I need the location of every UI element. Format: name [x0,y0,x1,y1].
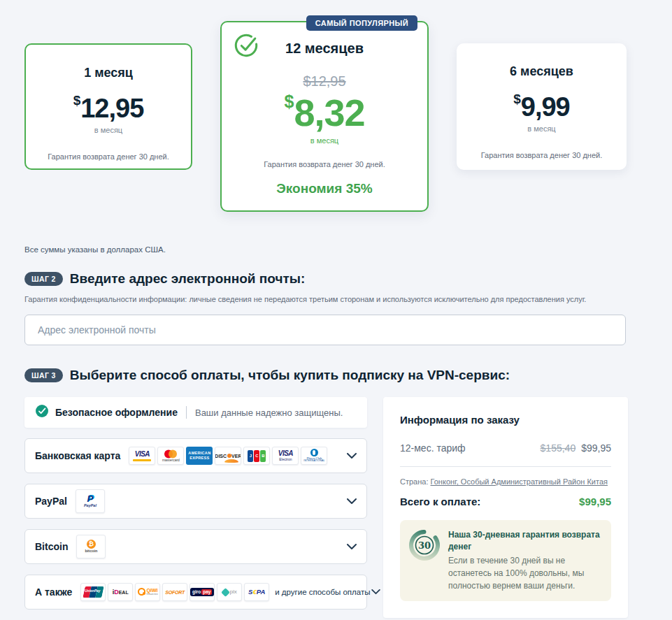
chevron-down-icon[interactable] [347,453,357,459]
order-plan-prices: $155,40$99,95 [541,442,611,454]
guarantee-note: Гарантия возврата денег 30 дней. [26,152,191,161]
plan-price: $9,99 [457,92,627,122]
ideal-icon: iDEAL [108,583,133,601]
bitcoin-wordmark: bitcoin [85,549,97,554]
secure-subtitle: Ваши данные надежно защищены. [195,408,343,418]
more-methods-text: и другие способы оплаты [275,588,370,596]
paypal-icon: P PayPal [76,489,105,513]
payment-option-bank-card[interactable]: Банковская карта VISA mastercard AMERICA… [24,438,367,473]
diners-club-icon: Diners Club INTERNATIONAL [301,447,327,465]
bank-card-label: Банковская карта [35,450,120,461]
pricing-plans: 1 месяц $12,95 в месяц Гарантия возврата… [24,21,672,212]
order-total-row: Всего к оплате: $99,95 [400,496,611,507]
bitcoin-symbol: ₿ [87,540,96,549]
giropay-giro: giro [192,590,201,595]
guarantee-text-block: Наша 30-дневная гарантия возврата денег … [448,529,603,592]
diners-line2: INTERNATIONAL [303,460,324,463]
price-amount: 8,32 [294,92,364,134]
plan-name: 1 месяц [26,66,191,80]
plan-name: 6 месяцев [457,64,627,79]
step3-header: ШАГ 3 Выберите способ оплаты, чтобы купи… [24,368,626,383]
sofort-icon: SOFORT [162,583,187,601]
jcb-c: C [254,450,259,462]
country-row: Страна: Гонконг, Особый Административный… [400,477,611,486]
selected-check-icon [233,32,259,62]
sofort-wordmark: SOFORT [165,590,185,595]
step2-badge: ШАГ 2 [24,272,63,286]
chevron-down-icon[interactable] [371,589,380,595]
guarantee-30-icon: 30 [408,529,441,564]
guarantee-number: 30 [418,540,431,551]
jcb-j: J [248,450,253,462]
qiwi-glyph [138,588,145,596]
plan-price: $12,95 [26,93,191,124]
plan-card-12-months[interactable]: САМЫЙ ПОПУЛЯРНЫЙ 12 месяцев $12,95 $8,32… [220,21,429,212]
old-price: $12,95 [222,73,427,89]
jcb-b: B [260,450,266,462]
qiwi-icon: QIWI Кошелек [135,583,160,601]
total-value: $99,95 [579,496,611,507]
visa-icon: VISA [129,447,155,465]
mastercard-icon: mastercard [157,447,184,465]
price-period: в месяц [222,136,427,145]
other-logos: UnionPay iDEAL QIWI Кошелек [80,583,269,601]
visa-electron-wordmark: VISA [278,450,293,457]
most-popular-badge: САМЫЙ ПОПУЛЯРНЫЙ [306,15,417,31]
step3-badge: ШАГ 3 [24,368,63,382]
order-plan-label: 12-мес. тариф [400,442,466,454]
discover-swoosh [224,459,238,463]
discover-dot [227,454,231,458]
country-link[interactable]: Гонконг, Особый Административный Район К… [431,477,608,486]
step3-title: Выберите способ оплаты, чтобы купить под… [70,368,510,383]
other-methods-label: А также [35,586,72,598]
jcb-icon: J C B [243,447,270,465]
currency-note: Все суммы указаны в долларах США. [24,245,626,254]
chevron-down-icon[interactable] [347,544,357,550]
diners-club-glyph [310,449,318,456]
price-period: в месяц [26,126,191,134]
bitcoin-icon: ₿ bitcoin [76,535,106,558]
amex-icon: AMERICAN EXPRESS [186,447,213,465]
visa-wordmark: VISA [135,451,150,458]
secure-check-icon [36,405,48,420]
price-amount: 12,95 [80,94,143,123]
card-logos: VISA mastercard AMERICAN EXPRESS DISC [129,447,327,465]
chevron-down-icon[interactable] [347,498,357,505]
order-subtotal: $99,95 [581,442,611,454]
currency-symbol: $ [284,92,294,111]
country-label: Страна: [400,477,428,486]
sepa-pa: PA [257,588,266,596]
visa-electron-icon: VISA Electron [272,447,299,465]
plan-card-1-month[interactable]: 1 месяц $12,95 в месяц Гарантия возврата… [24,43,192,170]
discover-icon: DISC VER [215,447,241,465]
paypal-label: PayPal [35,496,67,507]
divider [400,466,611,467]
order-summary-column: Информация по заказу 12-мес. тариф $155,… [383,397,628,618]
payment-option-other[interactable]: А также UnionPay iDEAL [24,575,367,610]
discover-left: DISC [215,454,227,459]
visa-bar [133,459,151,461]
total-label: Всего к оплате: [400,496,480,507]
price-period: в месяц [457,124,627,133]
payment-methods-column: Безопасное оформление Ваши данные надежн… [24,397,367,610]
order-title: Информация по заказу [400,414,611,426]
step2-header: ШАГ 2 Введите адрес электронной почты: [24,271,626,287]
paypal-logos: P PayPal [76,489,105,513]
plan-card-6-months[interactable]: 6 месяцев $9,99 в месяц Гарантия возврат… [457,43,627,170]
currency-symbol: $ [513,92,521,106]
pix-glyph [221,588,230,597]
bitcoin-label: Bitcoin [35,541,68,552]
paypal-p: P [87,494,94,503]
payment-option-paypal[interactable]: PayPal P PayPal [24,484,367,519]
giropay-pay: pay [201,589,212,596]
order-plan-row: 12-мес. тариф $155,40$99,95 [400,442,611,454]
guarantee-note: Гарантия возврата денег 30 дней. [222,160,427,168]
currency-symbol: $ [73,93,81,108]
email-input[interactable] [24,315,626,345]
order-old-price: $155,40 [541,442,576,454]
secure-title: Безопасное оформление [55,407,178,418]
discover-right: VER [231,454,241,459]
guarantee-title: Наша 30-дневная гарантия возврата денег [448,529,603,553]
payment-option-bitcoin[interactable]: Bitcoin ₿ bitcoin [24,529,367,564]
visa-electron-sub: Electron [279,458,292,461]
